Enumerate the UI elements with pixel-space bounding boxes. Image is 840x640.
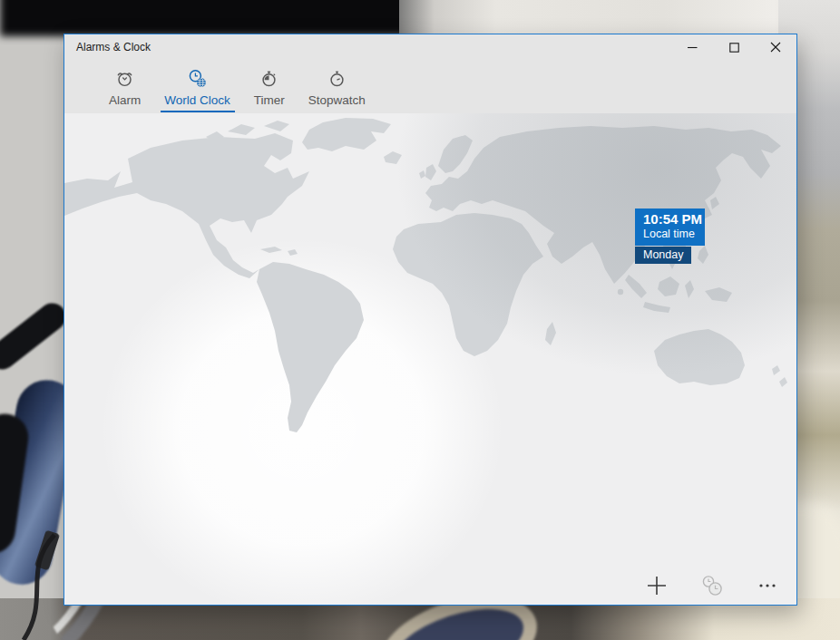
close-button[interactable] xyxy=(755,34,796,60)
compare-clocks-icon xyxy=(700,574,724,597)
callout-zone-label: Local time xyxy=(643,228,697,241)
title-bar[interactable]: Alarms & Clock xyxy=(64,34,796,60)
maximize-icon xyxy=(729,43,739,53)
tab-timer-label: Timer xyxy=(254,93,285,107)
see-more-button[interactable] xyxy=(755,574,780,597)
timer-icon xyxy=(259,69,278,88)
compare-clocks-button[interactable] xyxy=(699,574,725,597)
callout-time-box: 10:54 PM Local time xyxy=(635,208,705,246)
tab-strip: Alarm World Clock xyxy=(64,60,796,113)
maximize-button[interactable] xyxy=(713,34,755,60)
alarms-clock-window: Alarms & Clock xyxy=(63,34,797,606)
tab-world-clock[interactable]: World Clock xyxy=(152,60,242,113)
minimize-icon xyxy=(688,43,698,53)
callout-day: Monday xyxy=(635,247,691,264)
minimize-button[interactable] xyxy=(671,34,713,60)
add-clock-button[interactable] xyxy=(644,574,669,597)
tab-world-clock-label: World Clock xyxy=(164,93,230,107)
world-clock-panel: 10:54 PM Local time Monday xyxy=(64,113,796,605)
window-title: Alarms & Clock xyxy=(76,41,151,53)
world-clock-icon xyxy=(188,69,207,88)
ellipsis-icon xyxy=(757,576,777,596)
alarm-clock-icon xyxy=(115,69,134,88)
command-bar xyxy=(644,574,780,597)
monitor-edge xyxy=(0,0,430,36)
tab-alarm-label: Alarm xyxy=(109,93,141,107)
tab-stopwatch[interactable]: Stopwatch xyxy=(297,60,377,113)
desktop-background-top-right xyxy=(399,0,840,38)
tab-timer[interactable]: Timer xyxy=(242,60,297,113)
window-controls xyxy=(671,34,796,60)
plus-icon xyxy=(646,575,668,596)
callout-time: 10:54 PM xyxy=(643,211,697,228)
world-clock-callout[interactable]: 10:54 PM Local time Monday xyxy=(635,208,705,264)
close-icon xyxy=(770,42,781,53)
stopwatch-icon xyxy=(327,69,347,88)
tab-alarm[interactable]: Alarm xyxy=(97,60,152,113)
tab-stopwatch-label: Stopwatch xyxy=(308,93,366,107)
desktop: Alarms & Clock xyxy=(0,0,840,640)
night-shading xyxy=(64,113,796,605)
